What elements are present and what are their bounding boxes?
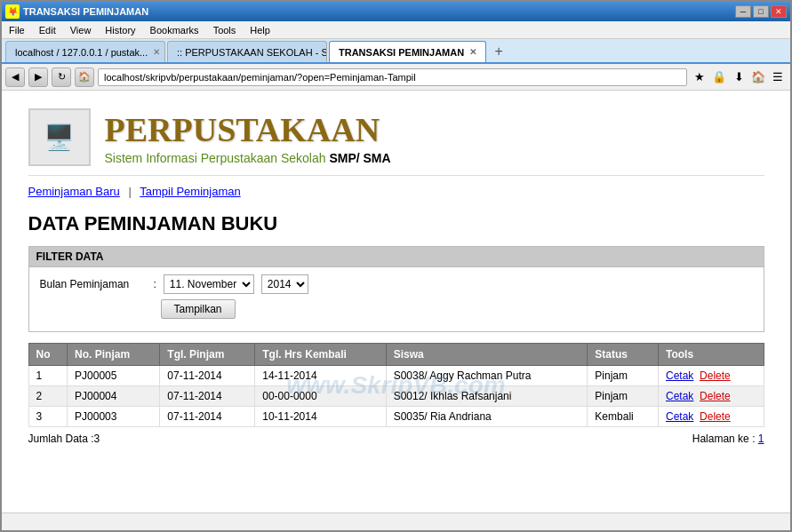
tab-2-close[interactable]: ✕	[469, 47, 476, 57]
logo-image: 🖥️	[44, 123, 75, 152]
forward-button[interactable]: ▶	[28, 67, 48, 87]
col-siswa: Siswa	[386, 344, 588, 366]
titlebar: 🦊 TRANSAKSI PEMINJAMAN ─ □ ✕	[2, 2, 790, 21]
menu-icon[interactable]: ☰	[769, 68, 787, 86]
page: 🖥️ PERPUSTAKAAN Sistem Informasi Perpust…	[2, 91, 790, 512]
menu-bookmarks[interactable]: Bookmarks	[143, 21, 206, 38]
site-title-block: PERPUSTAKAAN Sistem Informasi Perpustaka…	[105, 110, 391, 165]
row3-tgl-pinjam: 07-11-2014	[160, 407, 255, 427]
row2-siswa: S0012/ Ikhlas Rafsanjani	[386, 386, 588, 407]
tab-0[interactable]: localhost / 127.0.0.1 / pustak... ✕	[5, 41, 165, 62]
row1-siswa: S0038/ Aggy Rachman Putra	[386, 366, 588, 386]
row1-tgl-pinjam: 07-11-2014	[160, 366, 255, 386]
row2-tgl-pinjam: 07-11-2014	[160, 386, 255, 407]
nav-separator: |	[128, 185, 131, 198]
row3-no: 3	[28, 407, 68, 427]
year-select[interactable]: 2012 2013 2014 2015	[261, 274, 308, 294]
titlebar-title: TRANSAKSI PEMINJAMAN	[23, 6, 148, 17]
row2-tools: Cetak Delete	[659, 386, 764, 407]
row3-tools: Cetak Delete	[659, 407, 764, 427]
tab-0-label: localhost / 127.0.0.1 / pustak...	[15, 47, 148, 58]
window: 🦊 TRANSAKSI PEMINJAMAN ─ □ ✕ File Edit V…	[0, 0, 792, 532]
tab-2-label: TRANSAKSI PEMINJAMAN	[339, 47, 464, 58]
new-tab-button[interactable]: +	[488, 41, 509, 62]
row1-no-pinjam: PJ00005	[68, 366, 160, 386]
addr-icons: ★ 🔒 ⬇ 🏠 ☰	[691, 68, 787, 86]
filter-body: Bulan Peminjaman : 1. Januari 2. Februar…	[29, 267, 764, 331]
halaman: Halaman ke : 1	[692, 433, 764, 445]
row1-tools: Cetak Delete	[659, 366, 764, 386]
row2-delete[interactable]: Delete	[700, 390, 731, 402]
halaman-num[interactable]: 1	[758, 433, 764, 445]
table-body: 1 PJ00005 07-11-2014 14-11-2014 S0038/ A…	[28, 366, 764, 427]
filter-header: FILTER DATA	[29, 247, 764, 267]
table-row: 1 PJ00005 07-11-2014 14-11-2014 S0038/ A…	[28, 366, 764, 386]
tab-0-close[interactable]: ✕	[153, 47, 160, 57]
row2-status: Pinjam	[588, 386, 659, 407]
row1-cetak[interactable]: Cetak	[666, 369, 693, 382]
minimize-button[interactable]: ─	[735, 5, 751, 18]
table-row: 2 PJ00004 07-11-2014 00-00-0000 S0012/ I…	[28, 386, 764, 407]
row1-tgl-kembali: 14-11-2014	[255, 366, 386, 386]
page-title: DATA PEMINJAMAN BUKU	[28, 212, 764, 235]
tab-1[interactable]: :: PERPUSTAKAAN SEKOLAH - Sist... ✕	[167, 41, 327, 62]
tabbar: localhost / 127.0.0.1 / pustak... ✕ :: P…	[2, 39, 790, 64]
row3-cetak[interactable]: Cetak	[666, 410, 693, 423]
home2-icon[interactable]: 🏠	[749, 68, 767, 86]
menu-help[interactable]: Help	[243, 21, 277, 38]
row2-cetak[interactable]: Cetak	[666, 390, 693, 402]
jumlah-data: Jumlah Data :3	[28, 433, 100, 445]
titlebar-left: 🦊 TRANSAKSI PEMINJAMAN	[5, 4, 148, 19]
table-container: www.SkripVB.com No No. Pinjam Tgl. Pinja…	[28, 343, 764, 427]
statusbar	[2, 512, 790, 530]
menu-tools[interactable]: Tools	[206, 21, 244, 38]
row3-delete[interactable]: Delete	[700, 410, 731, 423]
site-title: PERPUSTAKAAN	[105, 110, 391, 149]
data-table: No No. Pinjam Tgl. Pinjam Tgl. Hrs Kemba…	[28, 343, 764, 427]
close-button[interactable]: ✕	[771, 5, 787, 18]
subtitle-pre: Sistem Informasi Perpustakaan Sekolah	[105, 151, 330, 165]
halaman-label: Halaman ke :	[692, 433, 756, 445]
table-head: No No. Pinjam Tgl. Pinjam Tgl. Hrs Kemba…	[28, 344, 764, 366]
col-no-pinjam: No. Pinjam	[68, 344, 160, 366]
row3-siswa: S0035/ Ria Andriana	[386, 407, 588, 427]
back-button[interactable]: ◀	[5, 67, 25, 87]
col-tgl-kembali: Tgl. Hrs Kembali	[255, 344, 386, 366]
browser-icon: 🦊	[5, 4, 20, 19]
subtitle-bold: SMP/ SMA	[329, 151, 390, 165]
table-header-row: No No. Pinjam Tgl. Pinjam Tgl. Hrs Kemba…	[28, 344, 764, 366]
site-logo: 🖥️	[28, 108, 91, 166]
tampil-peminjaman-link[interactable]: Tampil Peminjaman	[140, 185, 240, 198]
download-icon[interactable]: ⬇	[730, 68, 748, 86]
tab-2[interactable]: TRANSAKSI PEMINJAMAN ✕	[329, 41, 486, 62]
col-status: Status	[588, 344, 659, 366]
row2-no-pinjam: PJ00004	[68, 386, 160, 407]
bookmark-star-icon[interactable]: ★	[691, 68, 708, 86]
row2-tgl-kembali: 00-00-0000	[255, 386, 386, 407]
row2-no: 2	[28, 386, 68, 407]
maximize-button[interactable]: □	[753, 5, 769, 18]
page-inner: 🖥️ PERPUSTAKAAN Sistem Informasi Perpust…	[14, 91, 779, 454]
row1-no: 1	[28, 366, 68, 386]
menu-history[interactable]: History	[98, 21, 142, 38]
filter-button-row: Tampilkan	[40, 299, 753, 319]
menu-file[interactable]: File	[2, 21, 32, 38]
tampilkan-button[interactable]: Tampilkan	[161, 299, 236, 319]
tab-1-label: :: PERPUSTAKAAN SEKOLAH - Sist...	[177, 47, 327, 58]
row1-delete[interactable]: Delete	[700, 369, 731, 382]
menu-view[interactable]: View	[63, 21, 99, 38]
filter-row: Bulan Peminjaman : 1. Januari 2. Februar…	[40, 274, 753, 294]
menu-edit[interactable]: Edit	[32, 21, 63, 38]
filter-label: Bulan Peminjaman	[40, 278, 147, 290]
menubar: File Edit View History Bookmarks Tools H…	[2, 21, 790, 39]
refresh-button[interactable]: ↻	[52, 67, 71, 87]
col-tools: Tools	[659, 344, 764, 366]
month-select[interactable]: 1. Januari 2. Februari 3. Maret 4. April…	[164, 274, 254, 294]
peminjaman-baru-link[interactable]: Peminjaman Baru	[28, 185, 120, 198]
address-input[interactable]	[98, 68, 687, 86]
home-button[interactable]: 🏠	[75, 67, 94, 87]
security-icon[interactable]: 🔒	[710, 68, 728, 86]
col-no: No	[28, 344, 68, 366]
addressbar: ◀ ▶ ↻ 🏠 ★ 🔒 ⬇ 🏠 ☰	[2, 64, 790, 91]
table-row: 3 PJ00003 07-11-2014 10-11-2014 S0035/ R…	[28, 407, 764, 427]
